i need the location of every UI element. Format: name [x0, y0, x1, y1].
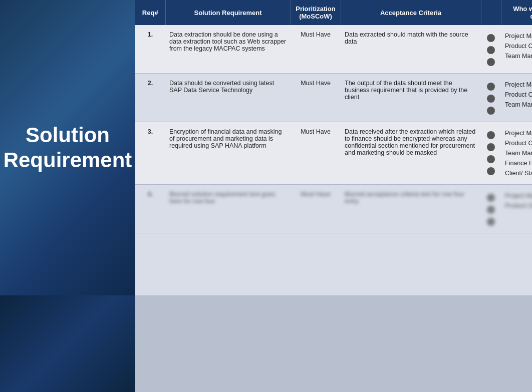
req-num: 1.	[135, 25, 165, 74]
req-num: 2.	[135, 74, 165, 122]
action-icon[interactable]	[487, 46, 495, 54]
header-solution: Solution Requirement	[165, 0, 291, 25]
who-cell: Project ManagerProduct OwnerTeam Manager	[501, 74, 532, 122]
req-num: 4.	[135, 185, 165, 233]
icons-cell	[481, 122, 501, 185]
who-cell: Project ManagerProduct OwnerTeam Manager…	[501, 122, 532, 185]
icons-cell	[481, 185, 501, 233]
solution-cell: Data extraction should be done using a d…	[165, 25, 291, 74]
header-who: Who will approve/accept deliverables?	[501, 0, 532, 25]
icons-cell	[481, 74, 501, 122]
acceptance-cell: Data extracted should match with the sou…	[341, 25, 481, 74]
who-cell: Project ManagerProduct Owner	[501, 185, 532, 233]
action-icon[interactable]	[487, 194, 495, 202]
action-icon[interactable]	[487, 34, 495, 42]
solution-cell: Data should be converted using latest SA…	[165, 74, 291, 122]
action-icon[interactable]	[487, 83, 495, 91]
header-priority: Prioritization (MoSCoW)	[291, 0, 341, 25]
action-icon[interactable]	[487, 206, 495, 214]
who-cell: Project ManagerProduct OwnerTeam Manager	[501, 25, 532, 74]
action-icon[interactable]	[487, 107, 495, 115]
table-row: 4.Blurred solution requirement text goes…	[135, 185, 532, 233]
bottom-main	[135, 295, 532, 392]
solution-cell: Blurred solution requirement text goes h…	[165, 185, 291, 233]
req-num: 3.	[135, 122, 165, 185]
header-req: Req#	[135, 0, 165, 25]
header-acceptance: Acceptance Criteria	[341, 0, 481, 25]
acceptance-cell: Data received after the extraction which…	[341, 122, 481, 185]
acceptance-cell: The output of the data should meet the b…	[341, 74, 481, 122]
priority-cell: Must Have	[291, 74, 341, 122]
action-icon[interactable]	[487, 131, 495, 139]
page-container: Solution Requirement Req# Solution Requi…	[0, 0, 532, 295]
sidebar: Solution Requirement	[0, 0, 135, 295]
icons-cell	[481, 25, 501, 74]
action-icon[interactable]	[487, 95, 495, 103]
action-icon[interactable]	[487, 218, 495, 226]
action-icon[interactable]	[487, 167, 495, 175]
solution-cell: Encryption of financial data and masking…	[165, 122, 291, 185]
table-row: 1.Data extraction should be done using a…	[135, 25, 532, 74]
priority-cell: Must Have	[291, 122, 341, 185]
table-header-row: Req# Solution Requirement Prioritization…	[135, 0, 532, 25]
action-icon[interactable]	[487, 58, 495, 66]
requirements-table: Req# Solution Requirement Prioritization…	[135, 0, 532, 233]
acceptance-cell: Blurred acceptance criteria text for row…	[341, 185, 481, 233]
priority-cell: Must Have	[291, 25, 341, 74]
action-icon[interactable]	[487, 143, 495, 151]
header-icons	[481, 0, 501, 25]
bottom-sidebar	[0, 295, 135, 392]
action-icon[interactable]	[487, 155, 495, 163]
sidebar-title: Solution Requirement	[0, 113, 142, 183]
main-content: Req# Solution Requirement Prioritization…	[135, 0, 532, 295]
table-row: 3.Encryption of financial data and maski…	[135, 122, 532, 185]
table-row: 2.Data should be converted using latest …	[135, 74, 532, 122]
bottom-area	[0, 295, 532, 392]
priority-cell: Must Have	[291, 185, 341, 233]
